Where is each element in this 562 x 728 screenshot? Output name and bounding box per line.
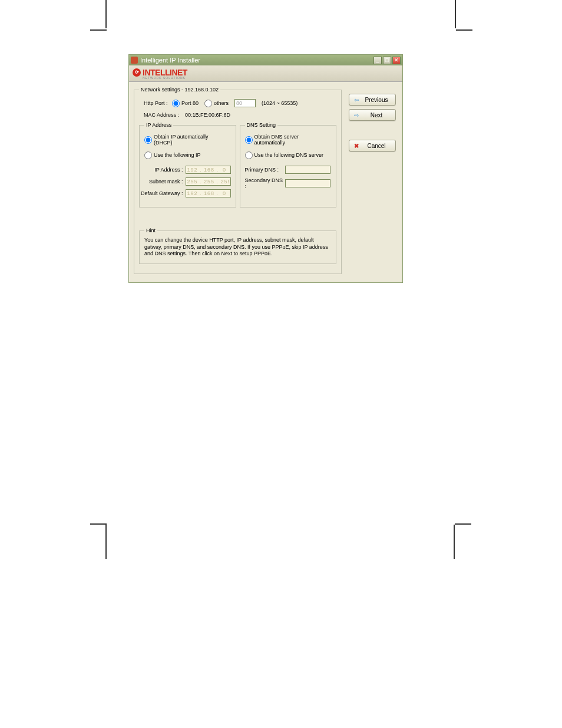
subnet-label: Subnet mask : bbox=[149, 179, 183, 185]
brand-icon: ⟳ bbox=[133, 68, 141, 77]
dns-manual-radio-input[interactable] bbox=[245, 151, 253, 159]
previous-button[interactable]: ⇦ Previous bbox=[349, 94, 396, 106]
hint-text: You can change the device HTTP port, IP … bbox=[144, 237, 331, 258]
port-others-radio-input[interactable] bbox=[204, 100, 212, 107]
ip-addr-label: IP Address : bbox=[154, 167, 183, 173]
window-title: Intelligent IP Installer bbox=[140, 57, 373, 64]
dhcp-label: Obtain IP automatically (DHCP) bbox=[154, 134, 225, 146]
port80-radio[interactable]: Port 80 bbox=[172, 100, 199, 107]
dns-auto-radio[interactable]: Obtain DNS server automatically bbox=[245, 134, 326, 146]
dns-manual-label: Use the following DNS server bbox=[254, 152, 324, 158]
port-others-radio[interactable]: others bbox=[204, 100, 229, 107]
next-button[interactable]: ⇨ Next bbox=[349, 109, 396, 121]
app-icon bbox=[131, 57, 138, 64]
crop-mark bbox=[105, 525, 107, 559]
secondary-dns-input[interactable] bbox=[285, 179, 330, 187]
port-range: (1024 ~ 65535) bbox=[262, 100, 297, 106]
cancel-icon: ✖ bbox=[352, 143, 361, 149]
crop-mark bbox=[454, 525, 455, 559]
ip-addr-input[interactable] bbox=[186, 166, 231, 174]
secondary-dns-label: Secondary DNS : bbox=[245, 177, 285, 189]
dns-auto-label: Obtain DNS server automatically bbox=[254, 134, 326, 146]
crop-mark bbox=[105, 0, 107, 28]
port80-radio-input[interactable] bbox=[172, 100, 180, 107]
network-settings-group: Network settings - 192.168.0.102 Http Po… bbox=[134, 87, 342, 274]
gateway-input[interactable] bbox=[186, 189, 231, 197]
minimize-button[interactable]: _ bbox=[373, 57, 382, 64]
crop-mark bbox=[90, 29, 107, 31]
next-icon: ⇨ bbox=[352, 112, 361, 118]
http-port-label: Http Port : bbox=[144, 100, 172, 106]
gateway-label: Default Gateway : bbox=[141, 190, 183, 196]
dns-setting-group: DNS Setting Obtain DNS server automatica… bbox=[240, 122, 337, 207]
static-ip-radio[interactable]: Use the following IP bbox=[144, 150, 201, 160]
static-ip-label: Use the following IP bbox=[154, 152, 201, 158]
mac-value: 00:1B:FE:00:6F:6D bbox=[185, 112, 230, 118]
port-others-label: others bbox=[214, 100, 229, 106]
subnet-input[interactable] bbox=[186, 177, 231, 186]
hint-group: Hint You can change the device HTTP port… bbox=[139, 228, 336, 264]
port-input[interactable] bbox=[234, 99, 256, 107]
titlebar[interactable]: Intelligent IP Installer _ □ ✕ bbox=[129, 55, 402, 65]
crop-mark bbox=[456, 29, 472, 31]
crop-mark bbox=[455, 0, 456, 28]
hint-legend: Hint bbox=[144, 228, 157, 233]
static-ip-radio-input[interactable] bbox=[144, 151, 152, 159]
port80-label: Port 80 bbox=[181, 100, 199, 106]
brand-tagline: NETWORK SOLUTIONS bbox=[143, 76, 187, 80]
content-area: Network settings - 192.168.0.102 Http Po… bbox=[129, 82, 402, 282]
dns-auto-radio-input[interactable] bbox=[245, 136, 253, 144]
next-label: Next bbox=[361, 112, 392, 118]
crop-mark bbox=[90, 523, 107, 525]
crop-mark bbox=[455, 523, 471, 525]
maximize-button[interactable]: □ bbox=[383, 57, 391, 64]
ip-legend: IP Address bbox=[144, 122, 173, 128]
primary-dns-label: Primary DNS : bbox=[245, 167, 285, 173]
primary-dns-input[interactable] bbox=[285, 166, 330, 174]
previous-icon: ⇦ bbox=[352, 97, 361, 103]
dns-manual-radio[interactable]: Use the following DNS server bbox=[245, 150, 324, 160]
side-panel: ⇦ Previous ⇨ Next ✖ Cancel bbox=[346, 82, 402, 282]
cancel-button[interactable]: ✖ Cancel bbox=[349, 140, 396, 151]
mac-label: MAC Address : bbox=[144, 112, 185, 118]
dns-legend: DNS Setting bbox=[245, 122, 278, 128]
main-panel: Network settings - 192.168.0.102 Http Po… bbox=[129, 82, 346, 282]
dhcp-radio-input[interactable] bbox=[144, 136, 152, 144]
window-controls: _ □ ✕ bbox=[373, 57, 401, 64]
network-legend: Network settings - 192.168.0.102 bbox=[139, 87, 220, 93]
dhcp-radio[interactable]: Obtain IP automatically (DHCP) bbox=[144, 134, 225, 146]
previous-label: Previous bbox=[361, 97, 392, 103]
brand-bar: ⟳ INTELLINET NETWORK SOLUTIONS bbox=[129, 65, 402, 82]
app-window: Intelligent IP Installer _ □ ✕ ⟳ INTELLI… bbox=[128, 54, 403, 283]
ip-address-group: IP Address Obtain IP automatically (DHCP… bbox=[139, 122, 236, 207]
close-button[interactable]: ✕ bbox=[392, 57, 401, 64]
cancel-label: Cancel bbox=[361, 143, 392, 149]
